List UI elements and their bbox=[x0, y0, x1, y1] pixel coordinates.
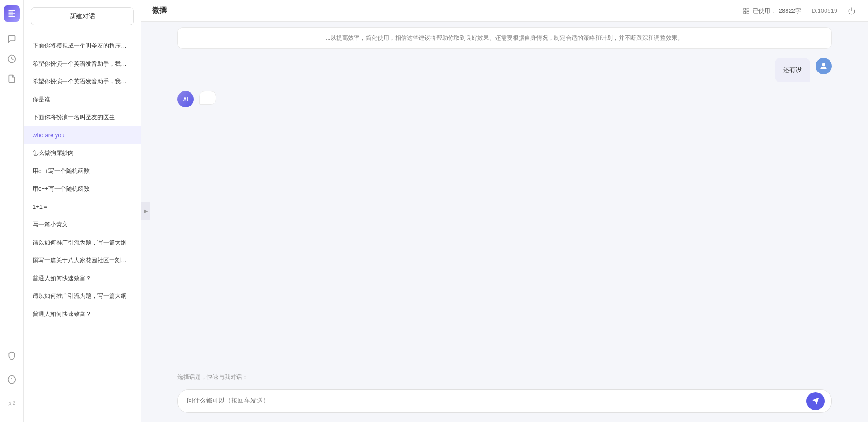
message-row: AI bbox=[177, 91, 832, 107]
quick-topics: 选择话题，快速与我对话： bbox=[141, 369, 868, 384]
sidebar-item-info[interactable] bbox=[4, 371, 20, 388]
svg-rect-6 bbox=[747, 11, 749, 14]
sidebar-item[interactable]: 希望你扮演一个英语发音助手，我提供给你... bbox=[24, 72, 141, 91]
sidebar-list: 下面你将模拟成一个叫圣友的程序员，我说...希望你扮演一个英语发音助手，我提供给… bbox=[24, 33, 141, 422]
usage-count: 28822字 bbox=[779, 7, 801, 15]
svg-marker-11 bbox=[812, 398, 819, 405]
sidebar-item[interactable]: 你是谁 bbox=[24, 91, 141, 109]
sidebar-item[interactable]: who are you bbox=[24, 126, 141, 144]
sidebar-item[interactable]: 撰写一篇关于八大家花园社区一刻钟便民生... bbox=[24, 251, 141, 269]
new-chat-button[interactable]: 新建对话 bbox=[31, 7, 134, 25]
input-area bbox=[141, 384, 868, 422]
ai-avatar: AI bbox=[177, 91, 194, 107]
ai-bubble bbox=[199, 91, 216, 105]
svg-rect-7 bbox=[744, 11, 746, 14]
truncated-message: ...以提高效率，简化使用，相信这些建议将帮助你取到良好效果。还需要根据自身情况… bbox=[177, 27, 832, 49]
user-bubble: 还有没 bbox=[775, 58, 810, 82]
chat-area: ...以提高效率，简化使用，相信这些建议将帮助你取到良好效果。还需要根据自身情况… bbox=[141, 0, 868, 369]
sidebar-item[interactable]: 用c++写一个随机函数 bbox=[24, 180, 141, 198]
sidebar-item[interactable]: 请以如何推广引流为题，写一篇大纲 bbox=[24, 234, 141, 252]
sidebar-item[interactable]: 请以如何推广引流为题，写一篇大纲 bbox=[24, 287, 141, 305]
sidebar-item[interactable]: 写一篇小黄文 bbox=[24, 216, 141, 234]
sidebar-item[interactable]: 1+1＝ bbox=[24, 198, 141, 216]
message-row: 还有没 bbox=[177, 58, 832, 82]
sidebar-item[interactable]: 普通人如何快速致富？ bbox=[24, 269, 141, 288]
usage-display: 已使用： 28822字 bbox=[743, 7, 801, 15]
sidebar-item[interactable]: 普通人如何快速致富？ bbox=[24, 305, 141, 323]
icon-bar-bottom: 文2 bbox=[4, 348, 20, 422]
sidebar-collapse-button[interactable]: ▶ bbox=[141, 202, 150, 220]
icon-bar: 文2 bbox=[0, 0, 24, 422]
topbar-right: 已使用： 28822字 ID:100519 bbox=[743, 5, 857, 16]
app-logo bbox=[4, 5, 20, 22]
power-button[interactable] bbox=[846, 5, 857, 16]
main-content: 微撰 已使用： 28822字 ID:100519 ...以提高效率，简化使用，相… bbox=[141, 0, 868, 422]
sidebar-header: 新建对话 bbox=[24, 0, 141, 33]
svg-point-9 bbox=[822, 63, 825, 66]
sidebar-item-document[interactable] bbox=[4, 71, 20, 87]
sidebar-item-shield[interactable] bbox=[4, 348, 20, 364]
user-avatar bbox=[816, 58, 832, 74]
sidebar-item-chat[interactable] bbox=[4, 31, 20, 47]
sidebar-item[interactable]: 下面你将扮演一名叫圣友的医生 bbox=[24, 108, 141, 126]
sidebar-item-history[interactable] bbox=[4, 51, 20, 67]
usage-label: 已使用： bbox=[753, 7, 776, 15]
sidebar: 新建对话 下面你将模拟成一个叫圣友的程序员，我说...希望你扮演一个英语发音助手… bbox=[24, 0, 141, 422]
page-title: 微撰 bbox=[152, 6, 167, 15]
user-id: ID:100519 bbox=[810, 7, 837, 14]
usage-icon bbox=[743, 7, 750, 14]
send-button[interactable] bbox=[806, 392, 825, 410]
svg-rect-4 bbox=[744, 8, 746, 10]
sidebar-item[interactable]: 用c++写一个随机函数 bbox=[24, 162, 141, 180]
chat-input[interactable] bbox=[177, 389, 832, 413]
sidebar-item[interactable]: 怎么做狗屎妙肉 bbox=[24, 144, 141, 162]
topbar: 微撰 已使用： 28822字 ID:100519 bbox=[141, 0, 868, 22]
sidebar-item-footer-text: 文2 bbox=[4, 395, 20, 411]
sidebar-item[interactable]: 下面你将模拟成一个叫圣友的程序员，我说... bbox=[24, 37, 141, 55]
svg-rect-5 bbox=[747, 8, 749, 10]
sidebar-item[interactable]: 希望你扮演一个英语发音助手，我提供给你... bbox=[24, 55, 141, 73]
